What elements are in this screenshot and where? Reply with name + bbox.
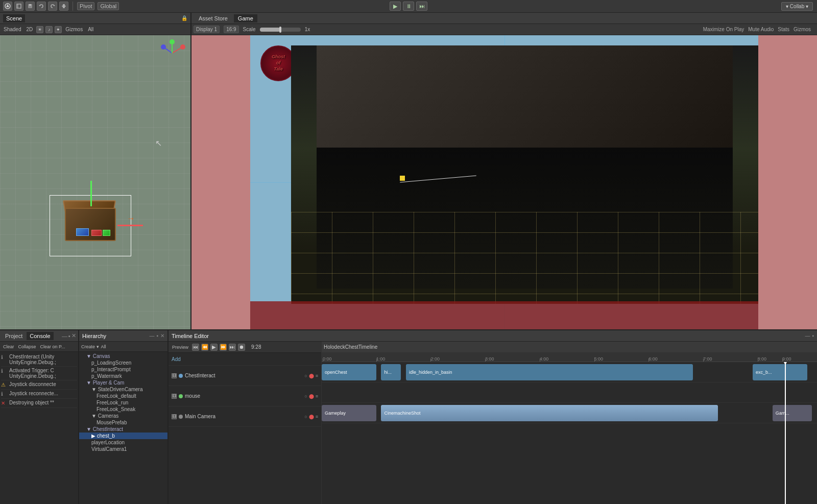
maximize-console-icon[interactable]: ▪	[68, 333, 70, 339]
gizmos-dropdown[interactable]: Gizmos	[64, 26, 84, 33]
hierarchy-item-player-cam[interactable]: ▼ Player & Cam	[79, 379, 167, 386]
tl-lock-track-icon-3[interactable]: ≡	[316, 414, 318, 419]
tl-playhead[interactable]	[785, 362, 786, 504]
2d-toggle[interactable]: 2D	[25, 26, 34, 33]
console-tab[interactable]: Console	[27, 332, 53, 340]
unity-logo-icon[interactable]	[3, 2, 12, 11]
tl-clip-cinemachine[interactable]: CinemachineShot	[381, 405, 718, 421]
scene-tab[interactable]: Scene	[3, 14, 25, 22]
all-btn[interactable]: All	[101, 344, 106, 349]
hierarchy-item-freelook-sneak[interactable]: FreeLook_Sneak	[79, 406, 167, 413]
scene-lock-icon[interactable]: 🔒	[181, 15, 187, 21]
tl-mute-icon-3[interactable]: ○	[304, 414, 307, 419]
console-entry[interactable]: ℹ Joystick reconnecte...	[1, 390, 77, 399]
preview-btn[interactable]: Preview	[171, 344, 190, 350]
minimize-icon[interactable]: —	[62, 333, 67, 339]
console-entry[interactable]: ⚠ Joystick disconnecte	[1, 380, 77, 390]
hierarchy-close[interactable]: ✕	[160, 333, 164, 339]
tl-add-btn[interactable]: Add	[172, 356, 181, 362]
tl-track-chestinteract[interactable]: 🎞 ChestInteract ○ ⬤ ≡	[169, 366, 321, 386]
save-scene-icon[interactable]	[26, 2, 35, 11]
timeline-minimize[interactable]: —	[805, 333, 810, 339]
scene-content[interactable]: → X Z Y	[0, 35, 190, 329]
hierarchy-item-chest-b[interactable]: ▶ chest_b	[79, 433, 167, 439]
settings-icon[interactable]	[59, 2, 68, 11]
tl-ruler[interactable]: 0:00 1:00 2:00 3:00 4:00 5:00 6:00	[322, 353, 817, 362]
tl-play-btn[interactable]: ▶	[210, 344, 218, 351]
clear-btn[interactable]: Clear	[2, 344, 15, 350]
hierarchy-tab[interactable]: Hierarchy	[82, 333, 106, 339]
project-tab[interactable]: Project	[2, 332, 26, 340]
timeline-maximize[interactable]: ▪	[812, 333, 814, 339]
hierarchy-item-vcam1[interactable]: VirtualCamera1	[79, 446, 167, 452]
tl-clip-hi[interactable]: hi...	[381, 364, 401, 380]
scene-audio-icon[interactable]: ♪	[45, 26, 53, 33]
hierarchy-maximize[interactable]: ▪	[156, 333, 158, 339]
game-pink-border: GhostofTale	[191, 35, 817, 329]
display-dropdown[interactable]: Display 1	[194, 26, 220, 33]
collapse-btn[interactable]: Collapse	[17, 344, 37, 350]
hierarchy-item-chestinteract[interactable]: ▼ ChestInteract	[79, 426, 167, 433]
pause-button[interactable]: ⏸	[403, 2, 414, 11]
clear-on-play-btn[interactable]: Clear on P...	[39, 344, 66, 350]
tl-track-mouse[interactable]: 🎞 mouse ○ ⬤ ≡	[169, 386, 321, 406]
global-dropdown[interactable]: Global	[98, 2, 119, 10]
tl-record-btn[interactable]: ⏺	[238, 344, 245, 351]
tl-record-track-icon-2[interactable]: ⬤	[309, 394, 314, 399]
game-tab[interactable]: Game	[234, 14, 257, 22]
tl-start-btn[interactable]: ⏮	[192, 344, 199, 351]
tl-track-maincam[interactable]: 🎞 Main Camera ○ ⬤ ≡	[169, 406, 321, 427]
tl-lock-track-icon-2[interactable]: ≡	[316, 394, 318, 399]
hierarchy-item-freelook-default[interactable]: FreeLook_default	[79, 393, 167, 399]
undo-icon[interactable]	[37, 2, 46, 11]
stats-btn[interactable]: Stats	[778, 27, 789, 32]
maximize-on-play-btn[interactable]: Maximize On Play	[703, 27, 744, 32]
scene-effects-icon[interactable]: ✦	[55, 26, 62, 33]
collab-button[interactable]: ▾ Collab ▾	[781, 2, 813, 11]
hierarchy-item-watermark[interactable]: p_Watermark	[79, 373, 167, 379]
scene-lights-icon[interactable]: ☀	[36, 26, 43, 33]
hierarchy-item-canvas[interactable]: ▼ Canvas	[79, 353, 167, 359]
console-entry[interactable]: ℹ ChestInteract (Unity UnityEngine.Debug…	[1, 353, 77, 367]
tl-clip-gam[interactable]: Gam...	[773, 405, 812, 421]
close-console-icon[interactable]: ✕	[71, 332, 76, 339]
game-content[interactable]: GhostofTale	[191, 35, 817, 329]
tl-end-btn[interactable]: ⏭	[229, 344, 236, 351]
tl-clip-gameplay[interactable]: Gameplay	[322, 405, 376, 421]
hierarchy-item-playerlocation[interactable]: playerLocation	[79, 439, 167, 446]
asset-store-tab[interactable]: Asset Store	[195, 14, 232, 22]
tl-mute-icon[interactable]: ○	[304, 373, 307, 378]
redo-icon[interactable]	[48, 2, 57, 11]
scene-object: →	[65, 208, 116, 241]
mute-audio-btn[interactable]: Mute Audio	[748, 27, 774, 32]
aspect-dropdown[interactable]: 16:9	[224, 26, 238, 33]
tl-clip-openchest[interactable]: openChest	[322, 364, 376, 380]
step-button[interactable]: ⏭	[416, 2, 427, 11]
hierarchy-item-loading[interactable]: p_LoadingScreen	[79, 359, 167, 366]
tl-clip-exc-b[interactable]: exc_b...	[753, 364, 807, 380]
tl-mute-icon-2[interactable]: ○	[304, 394, 307, 399]
game-floor-grid	[291, 212, 758, 304]
tl-prev-btn[interactable]: ⏪	[201, 344, 208, 351]
hierarchy-item-statedriven[interactable]: ▼ StateDrivenCamera	[79, 386, 167, 393]
tl-timeline-name: HolodeckChestTimeline	[324, 344, 377, 350]
tl-lock-track-icon[interactable]: ≡	[316, 373, 318, 378]
new-scene-icon[interactable]	[14, 2, 23, 11]
hierarchy-item-freelook-run[interactable]: FreeLook_run	[79, 399, 167, 406]
console-entry[interactable]: ℹ Activated Trigger: C UnityEngine.Debug…	[1, 367, 77, 380]
tl-record-track-icon[interactable]: ⬤	[309, 373, 314, 378]
hierarchy-minimize[interactable]: —	[149, 333, 154, 339]
console-entry[interactable]: ✕ Destroying object **	[1, 399, 77, 408]
tl-record-track-icon-3[interactable]: ⬤	[309, 414, 314, 419]
play-button[interactable]: ▶	[390, 2, 401, 11]
pivot-dropdown[interactable]: Pivot	[77, 2, 94, 10]
shaded-dropdown[interactable]: Shaded	[2, 26, 22, 33]
hierarchy-item-interact[interactable]: p_InteractPrompt	[79, 366, 167, 373]
tl-next-btn[interactable]: ⏩	[220, 344, 227, 351]
tl-clip-idle-hidden[interactable]: idle_hidden_in_basin	[406, 364, 693, 380]
timeline-editor-tab[interactable]: Timeline Editor	[172, 333, 209, 339]
gizmos-btn[interactable]: Gizmos	[794, 27, 811, 32]
hierarchy-item-mouseprefab[interactable]: MousePrefab	[79, 419, 167, 426]
hierarchy-item-cameras[interactable]: ▼ Cameras	[79, 413, 167, 419]
create-dropdown[interactable]: Create ▾	[81, 344, 99, 349]
